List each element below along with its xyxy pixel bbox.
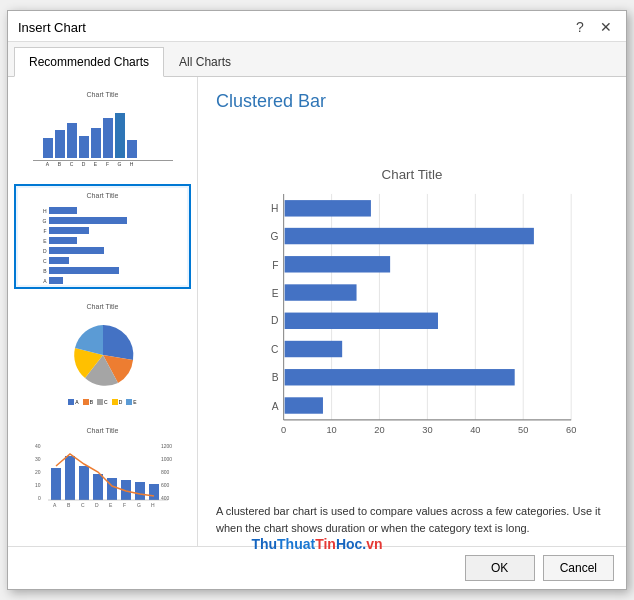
svg-text:50: 50 bbox=[518, 425, 528, 435]
svg-text:G: G bbox=[271, 231, 279, 242]
close-button[interactable]: ✕ bbox=[596, 17, 616, 37]
thumb-bar-title: Chart Title bbox=[87, 192, 119, 199]
svg-rect-57 bbox=[285, 369, 515, 385]
svg-text:1000: 1000 bbox=[161, 456, 172, 462]
svg-rect-6 bbox=[65, 456, 75, 500]
thumb-bar-chart[interactable]: Chart Title H G F bbox=[14, 184, 191, 289]
svg-text:40: 40 bbox=[35, 443, 41, 449]
svg-text:1200: 1200 bbox=[161, 443, 172, 449]
thumb-column-title: Chart Title bbox=[87, 91, 119, 98]
thumb-combo-chart[interactable]: Chart Title 40 30 20 10 0 bbox=[14, 419, 191, 519]
svg-text:Chart Title: Chart Title bbox=[382, 166, 443, 181]
svg-text:600: 600 bbox=[161, 482, 170, 488]
svg-text:60: 60 bbox=[566, 425, 576, 435]
svg-rect-5 bbox=[51, 468, 61, 500]
svg-text:F: F bbox=[272, 259, 278, 270]
svg-text:H: H bbox=[151, 502, 155, 508]
title-bar-icons: ? ✕ bbox=[570, 17, 616, 37]
svg-text:30: 30 bbox=[422, 425, 432, 435]
help-button[interactable]: ? bbox=[570, 17, 590, 37]
svg-rect-47 bbox=[285, 227, 534, 243]
mini-pie-chart bbox=[33, 312, 173, 397]
svg-text:D: D bbox=[95, 502, 99, 508]
svg-rect-45 bbox=[285, 200, 371, 216]
svg-text:F: F bbox=[123, 502, 126, 508]
svg-rect-51 bbox=[285, 284, 357, 300]
mini-column-chart: A B C D E F G H bbox=[33, 100, 173, 170]
tab-all-charts[interactable]: All Charts bbox=[164, 47, 246, 77]
ok-button[interactable]: OK bbox=[465, 555, 535, 581]
svg-text:H: H bbox=[271, 203, 278, 214]
svg-rect-11 bbox=[135, 482, 145, 500]
dialog-title: Insert Chart bbox=[18, 20, 86, 35]
svg-text:20: 20 bbox=[374, 425, 384, 435]
svg-text:A: A bbox=[272, 400, 279, 411]
chart-type-name: Clustered Bar bbox=[216, 91, 608, 112]
thumb-pie-chart[interactable]: Chart Title bbox=[14, 295, 191, 413]
svg-text:10: 10 bbox=[35, 482, 41, 488]
svg-text:C: C bbox=[81, 502, 85, 508]
bar-chart-preview: Chart Title 0 bbox=[222, 158, 602, 456]
svg-text:40: 40 bbox=[470, 425, 480, 435]
svg-rect-8 bbox=[93, 474, 103, 500]
svg-text:400: 400 bbox=[161, 495, 170, 501]
svg-rect-49 bbox=[285, 256, 390, 272]
svg-text:B: B bbox=[272, 371, 279, 382]
thumb-column-chart[interactable]: Chart Title bbox=[14, 83, 191, 178]
svg-text:E: E bbox=[109, 502, 113, 508]
thumb-pie-title: Chart Title bbox=[87, 303, 119, 310]
main-content: Chart Title bbox=[8, 77, 626, 546]
thumb-combo-title: Chart Title bbox=[87, 427, 119, 434]
svg-rect-7 bbox=[79, 466, 89, 500]
svg-text:10: 10 bbox=[326, 425, 336, 435]
svg-text:G: G bbox=[137, 502, 141, 508]
mini-bar-chart: H G F E bbox=[33, 201, 173, 281]
svg-text:D: D bbox=[271, 315, 278, 326]
svg-text:20: 20 bbox=[35, 469, 41, 475]
chart-preview-area: Chart Title 0 bbox=[216, 120, 608, 493]
tab-bar: Recommended Charts All Charts bbox=[8, 42, 626, 77]
svg-rect-9 bbox=[107, 478, 117, 500]
svg-rect-55 bbox=[285, 340, 343, 356]
svg-text:30: 30 bbox=[35, 456, 41, 462]
chart-thumbnail-list: Chart Title bbox=[8, 77, 198, 546]
svg-text:E: E bbox=[272, 287, 279, 298]
svg-text:A: A bbox=[53, 502, 57, 508]
dialog-footer: OK Cancel bbox=[8, 546, 626, 589]
cancel-button[interactable]: Cancel bbox=[543, 555, 614, 581]
svg-rect-59 bbox=[285, 397, 323, 413]
svg-rect-12 bbox=[149, 484, 159, 500]
svg-rect-53 bbox=[285, 312, 438, 328]
svg-text:C: C bbox=[271, 344, 279, 355]
title-bar: Insert Chart ? ✕ bbox=[8, 11, 626, 42]
chart-preview-panel: Clustered Bar Chart Title bbox=[198, 77, 626, 546]
chart-description: A clustered bar chart is used to compare… bbox=[216, 503, 608, 536]
insert-chart-dialog: Insert Chart ? ✕ Recommended Charts All … bbox=[7, 10, 627, 590]
svg-text:B: B bbox=[67, 502, 71, 508]
tab-recommended[interactable]: Recommended Charts bbox=[14, 47, 164, 77]
svg-text:0: 0 bbox=[38, 495, 41, 501]
svg-text:800: 800 bbox=[161, 469, 170, 475]
mini-combo-chart: 40 30 20 10 0 bbox=[33, 436, 173, 511]
svg-text:0: 0 bbox=[281, 425, 286, 435]
